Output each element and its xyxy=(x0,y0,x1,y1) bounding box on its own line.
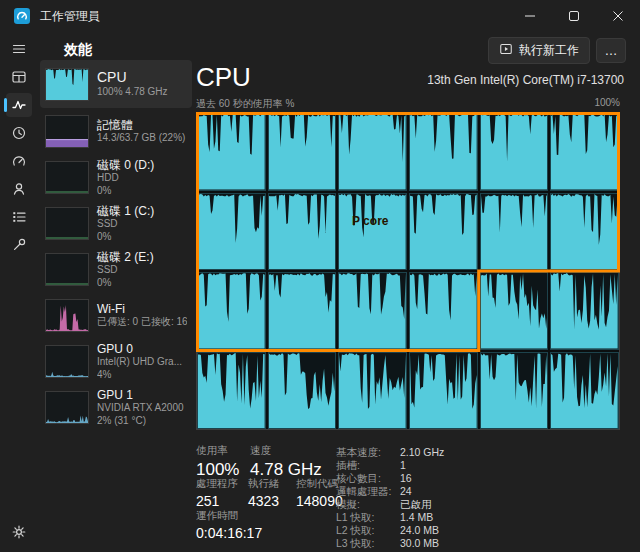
core-usage-graph xyxy=(269,194,336,270)
stat-1: 速度4.78 GHz xyxy=(250,444,322,480)
stat-label: 速度 xyxy=(250,444,322,458)
sidebar-item-text: Wi-Fi已傳送: 0 已接收: 16.0 I xyxy=(97,302,187,329)
rail-item-settings[interactable] xyxy=(6,520,32,544)
core-usage-graph xyxy=(198,194,265,270)
detail-row: 基本速度:2.10 GHz xyxy=(336,446,444,459)
detail-value: 16 xyxy=(400,472,412,485)
cpu-core-cell xyxy=(268,352,337,430)
core-usage-graph xyxy=(410,114,477,190)
stat-label: 使用率 xyxy=(196,444,239,458)
detail-value: 24.0 MB xyxy=(400,524,439,537)
sidebar-item-title: GPU 0 xyxy=(97,342,187,356)
core-usage-graph xyxy=(269,114,336,190)
cpu-header: CPU 13th Gen Intel(R) Core(TM) i7-13700 xyxy=(196,54,624,90)
minimize-button[interactable] xyxy=(508,0,552,32)
sidebar-item-gpu0[interactable]: GPU 0Intel(R) UHD Gra... 4% xyxy=(40,339,192,384)
disk1-mini-graph xyxy=(45,207,89,240)
rail-item-users[interactable] xyxy=(6,177,32,201)
cpu-core-cell xyxy=(409,193,478,271)
logical-processors-grid xyxy=(196,112,620,430)
sidebar-item-cpu[interactable]: CPU100% 4.78 GHz xyxy=(40,60,192,108)
page-title: 效能 xyxy=(64,41,92,59)
detail-label: 插槽: xyxy=(336,459,400,472)
sidebar-item-wifi[interactable]: Wi-Fi已傳送: 0 已接收: 16.0 I xyxy=(40,293,192,338)
core-usage-graph xyxy=(410,194,477,270)
rail-item-details[interactable] xyxy=(6,205,32,229)
sidebar-item-subtitle: SSD 0% xyxy=(97,218,187,243)
sidebar-item-text: GPU 0Intel(R) UHD Gra... 4% xyxy=(97,342,187,381)
core-usage-graph xyxy=(481,194,548,270)
cpu-core-cell xyxy=(338,113,407,191)
sidebar-item-subtitle: SSD 0% xyxy=(97,264,187,289)
cpu-core-cell xyxy=(268,113,337,191)
core-usage-graph xyxy=(339,273,406,349)
gpu1-mini-graph xyxy=(45,391,89,424)
window-title: 工作管理員 xyxy=(40,8,100,25)
disk2-mini-graph xyxy=(45,253,89,286)
rail-item-processes[interactable] xyxy=(6,65,32,89)
sidebar-item-text: 磁碟 1 (C:)SSD 0% xyxy=(97,204,187,243)
detail-value: 30.0 MB xyxy=(400,537,439,550)
detail-value: 2.10 GHz xyxy=(400,446,444,459)
cpu-model-name: 13th Gen Intel(R) Core(TM) i7-13700 xyxy=(427,73,624,90)
sidebar-item-memory[interactable]: 記憶體14.3/63.7 GB (22%) xyxy=(40,109,192,154)
detail-label: 邏輯處理器: xyxy=(336,485,400,498)
performance-sidebar: CPU100% 4.78 GHz記憶體14.3/63.7 GB (22%)磁碟 … xyxy=(40,60,192,552)
task-manager-app-icon xyxy=(14,8,30,24)
core-usage-graph xyxy=(551,194,618,270)
sidebar-item-title: GPU 1 xyxy=(97,388,187,402)
cpu-core-cell xyxy=(338,193,407,271)
rail-item-startup-apps[interactable] xyxy=(6,149,32,173)
rail-item-performance[interactable] xyxy=(6,93,32,117)
detail-row: 核心數目:16 xyxy=(336,472,444,485)
sidebar-item-disk2[interactable]: 磁碟 2 (E:)SSD 0% xyxy=(40,247,192,292)
sidebar-item-subtitle: HDD 0% xyxy=(97,172,187,197)
detail-row: L1 快取:1.4 MB xyxy=(336,511,444,524)
detail-value: 1 xyxy=(400,459,406,472)
detail-label: 核心數目: xyxy=(336,472,400,485)
cpu-core-cell xyxy=(197,113,266,191)
cpu-core-cell xyxy=(550,113,619,191)
sidebar-item-disk0[interactable]: 磁碟 0 (D:)HDD 0% xyxy=(40,155,192,200)
core-usage-graph xyxy=(269,353,336,429)
sidebar-item-title: CPU xyxy=(97,69,187,86)
sidebar-item-text: 記憶體14.3/63.7 GB (22%) xyxy=(97,118,187,145)
sidebar-item-gpu1[interactable]: GPU 1NVIDIA RTX A2000 2% (31 °C) xyxy=(40,385,192,430)
sidebar-item-title: 磁碟 0 (D:) xyxy=(97,158,187,172)
maximize-button[interactable] xyxy=(552,0,596,32)
sidebar-item-disk1[interactable]: 磁碟 1 (C:)SSD 0% xyxy=(40,201,192,246)
detail-value: 已啟用 xyxy=(400,498,432,511)
cpu-core-cell xyxy=(409,352,478,430)
close-button[interactable] xyxy=(596,0,640,32)
menu-icon xyxy=(11,41,27,57)
sidebar-item-subtitle: Intel(R) UHD Gra... 4% xyxy=(97,356,187,381)
stat-5: 運作時間0:04:16:17 xyxy=(196,509,262,541)
detail-label: 基本速度: xyxy=(336,446,400,459)
cpu-core-cell xyxy=(338,352,407,430)
detail-value: 24 xyxy=(400,485,412,498)
core-usage-graph xyxy=(551,273,618,349)
rail-item-services[interactable] xyxy=(6,233,32,257)
cpu-core-cell xyxy=(197,193,266,271)
core-usage-graph xyxy=(198,114,265,190)
window-controls xyxy=(508,0,640,32)
cpu-core-cell xyxy=(197,352,266,430)
rail-item-menu[interactable] xyxy=(6,37,32,61)
cpu-core-cell xyxy=(480,193,549,271)
history-icon xyxy=(11,125,27,141)
task-manager-window: 工作管理員 效能 執行新工作 … xyxy=(0,0,640,552)
stat-3: 執行緒4323 xyxy=(248,477,280,509)
rail-item-app-history[interactable] xyxy=(6,121,32,145)
core-usage-graph xyxy=(269,273,336,349)
detail-row: 邏輯處理器:24 xyxy=(336,485,444,498)
cpu-core-cell xyxy=(480,113,549,191)
titlebar: 工作管理員 xyxy=(0,0,640,32)
detail-row: L3 快取:30.0 MB xyxy=(336,537,444,550)
stat-label: 處理程序 xyxy=(196,477,238,491)
core-usage-graph xyxy=(198,273,265,349)
detail-row: 插槽:1 xyxy=(336,459,444,472)
sidebar-item-title: 磁碟 1 (C:) xyxy=(97,204,187,218)
sidebar-item-subtitle: 已傳送: 0 已接收: 16.0 I xyxy=(97,316,187,329)
sidebar-item-title: 磁碟 2 (E:) xyxy=(97,250,187,264)
core-usage-graph xyxy=(410,273,477,349)
